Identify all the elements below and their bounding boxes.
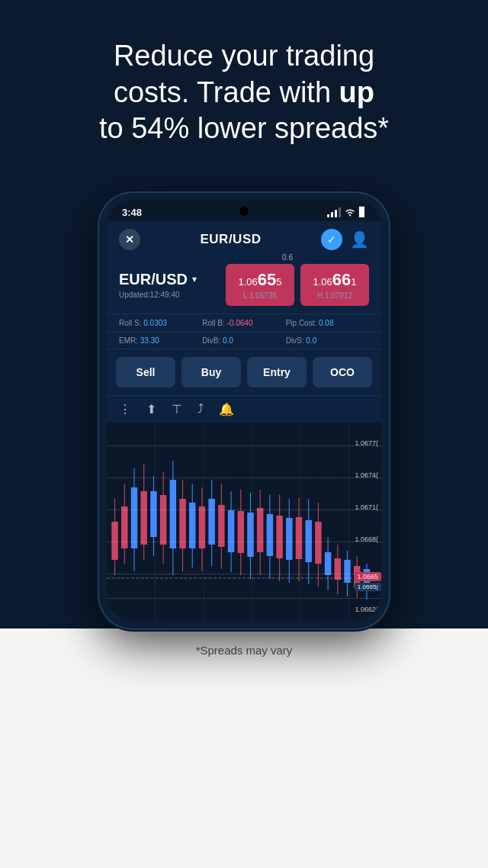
sell-suffix: 5	[276, 276, 281, 288]
svg-rect-43	[286, 518, 292, 560]
header-actions: ✓ 👤	[321, 229, 369, 250]
trade-buttons-row: Sell Buy Entry OCO	[107, 349, 381, 395]
chart-area: 1.0677( 1.0674( 1.0671( 1.0668( 1.0665( …	[107, 423, 381, 621]
svg-rect-51	[325, 552, 331, 575]
alert-icon[interactable]: 🔔	[219, 402, 234, 416]
signal-icon	[327, 207, 341, 217]
roll-b-stat: Roll B: -0.0640	[202, 319, 285, 327]
divs-label: DivS:	[286, 336, 304, 345]
buy-price-value: 1.06 66 1	[311, 270, 358, 290]
sell-button[interactable]: Sell	[116, 357, 175, 387]
pip-cost-stat: Pip Cost: 0.08	[286, 319, 369, 327]
svg-rect-27	[208, 499, 214, 545]
svg-rect-45	[296, 517, 302, 559]
svg-rect-17	[160, 495, 166, 545]
entry-button[interactable]: Entry	[247, 357, 307, 387]
hero-section: Reduce your trading costs. Trade with up…	[0, 0, 488, 193]
price-row: EUR/USD ▾ Updated:12:49:40 0.6 1.06 65 5	[119, 264, 369, 306]
pip-cost-value: 0.08	[319, 319, 333, 327]
verify-button[interactable]: ✓	[321, 229, 342, 250]
divb-label: DivB:	[202, 336, 220, 345]
pair-name-row: EUR/USD ▾	[119, 271, 197, 288]
emr-label: EMR:	[119, 336, 138, 345]
price-section: EUR/USD ▾ Updated:12:49:40 0.6 1.06 65 5	[107, 258, 381, 313]
svg-rect-13	[140, 491, 146, 545]
svg-rect-55	[344, 560, 350, 583]
buy-prefix: 1.06	[313, 276, 332, 288]
stats-row-1: Roll S: 0.0303 Roll B: -0.0640 Pip Cost:…	[107, 313, 381, 332]
stats-row-2: EMR: 33.30 DivB: 0.0 DivS: 0.0	[107, 332, 381, 349]
grid-line-4	[107, 542, 381, 542]
status-time: 3:48	[122, 207, 142, 218]
low-value: L 1.05735	[236, 291, 284, 300]
pair-title: EUR/USD	[200, 232, 261, 247]
pair-label: EUR/USD	[119, 271, 188, 288]
grid-line-3	[107, 510, 381, 510]
hero-bold: up	[339, 76, 374, 108]
oco-button[interactable]: OCO	[313, 357, 372, 387]
wifi-icon	[344, 207, 356, 217]
crosshair-icon[interactable]: ⊤	[172, 402, 182, 416]
close-button[interactable]: ✕	[119, 229, 140, 250]
svg-rect-33	[238, 511, 244, 553]
chart-price-4: 1.0671(	[355, 503, 381, 511]
roll-s-stat: Roll S: 0.0303	[119, 319, 202, 327]
sell-price-button[interactable]: 1.06 65 5 L 1.05735	[226, 264, 294, 306]
svg-rect-19	[170, 480, 176, 548]
svg-rect-35	[247, 513, 253, 557]
buy-price-button[interactable]: 1.06 66 1 H 1.07012	[300, 264, 369, 306]
svg-rect-31	[228, 510, 234, 552]
status-icons: ▊	[327, 207, 366, 217]
battery-icon: ▊	[359, 207, 366, 217]
roll-b-label: Roll B:	[202, 319, 224, 327]
sell-price-value: 1.06 65 5	[236, 270, 284, 290]
camera-hole	[239, 207, 249, 216]
hero-text: Reduce your trading costs. Trade with up…	[99, 38, 389, 147]
footer-disclaimer: *Spreads may vary	[15, 644, 473, 657]
profile-icon[interactable]: 👤	[350, 230, 369, 249]
pip-cost-label: Pip Cost:	[286, 319, 317, 327]
chart-price-6: 1.0677(	[355, 439, 381, 447]
phone-screen: 3:48 ▊ ✕	[107, 201, 381, 621]
chart-price-1: 1.0662(	[355, 606, 381, 613]
chart-toolbar: ⋮ ⬆ ⊤ ⤴ 🔔	[107, 395, 381, 423]
share-icon[interactable]: ⬆	[146, 402, 156, 416]
indicator-icon[interactable]: ⤴	[197, 402, 204, 416]
emr-stat: EMR: 33.30	[119, 336, 202, 345]
current-price-tag: 1.0665	[354, 572, 381, 581]
svg-rect-29	[218, 505, 224, 547]
chart-price-3: 1.0668(	[355, 535, 381, 543]
roll-s-label: Roll S:	[119, 319, 141, 327]
emr-value: 33.30	[140, 336, 159, 345]
buy-big: 66	[332, 270, 351, 290]
grid-line-5	[107, 574, 381, 574]
sell-big: 65	[258, 270, 276, 290]
phone-outer: 3:48 ▊ ✕	[99, 193, 389, 628]
more-options-icon[interactable]: ⋮	[119, 402, 131, 416]
spread-label: 0.6	[282, 253, 293, 262]
svg-rect-11	[131, 487, 137, 548]
divs-value: 0.0	[306, 336, 316, 345]
buy-button[interactable]: Buy	[181, 357, 241, 387]
grid-line-1	[107, 445, 381, 446]
buy-suffix: 1	[351, 276, 356, 288]
chart-price-5: 1.0674(	[355, 471, 381, 479]
svg-rect-15	[150, 491, 156, 537]
grid-line-2	[107, 477, 381, 478]
svg-rect-53	[335, 558, 341, 580]
svg-rect-39	[267, 514, 273, 556]
sell-prefix: 1.06	[238, 276, 257, 288]
svg-point-0	[349, 215, 351, 217]
roll-s-value: 0.0303	[143, 319, 167, 327]
grid-line-6	[107, 598, 381, 599]
candlestick-chart	[107, 423, 381, 621]
pair-info: EUR/USD ▾ Updated:12:49:40	[119, 271, 197, 299]
phone-wrapper: 3:48 ▊ ✕	[0, 193, 488, 628]
svg-rect-7	[111, 522, 117, 560]
price-buttons: 0.6 1.06 65 5 L 1.05735 1.06	[206, 264, 369, 306]
chevron-down-icon[interactable]: ▾	[192, 274, 197, 285]
footer-section: *Spreads may vary	[0, 628, 488, 869]
high-value: H 1.07012	[311, 291, 358, 300]
svg-rect-49	[315, 522, 321, 564]
svg-rect-41	[276, 516, 282, 558]
